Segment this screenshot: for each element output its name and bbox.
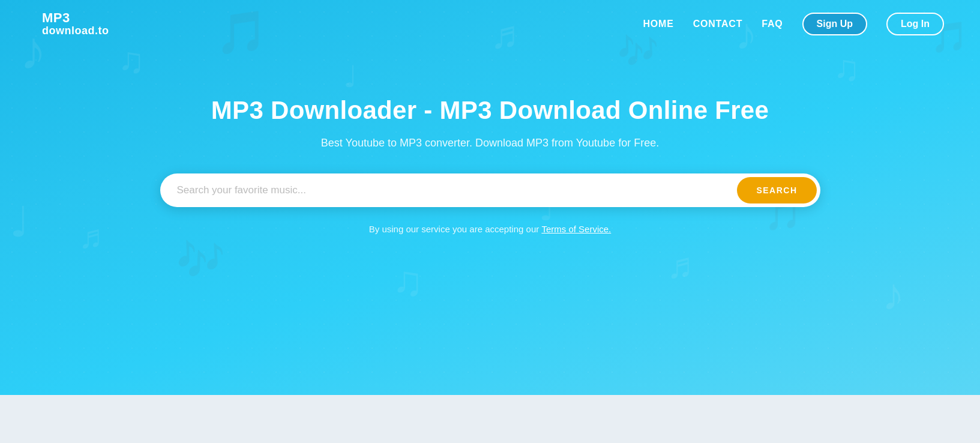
login-button[interactable]: Log In: [886, 13, 944, 35]
logo-line2: download.to: [42, 25, 109, 37]
search-input[interactable]: [177, 178, 738, 202]
nav-home[interactable]: HOME: [643, 19, 673, 29]
nav-links: HOME CONTACT FAQ Sign Up Log In: [643, 13, 944, 35]
footer-strip: [0, 395, 980, 443]
tos-prefix: By using our service you are accepting o…: [369, 224, 542, 234]
tos-link[interactable]: Terms of Service.: [541, 224, 611, 234]
hero-subtitle: Best Youtube to MP3 converter. Download …: [0, 137, 980, 149]
hero-section: ♪♫🎵♩ ♬🎶♪♫ 🎵♩♬🎶 ♪♫♩♬ 🎵♪ MP3 download.to H…: [0, 0, 980, 395]
nav-faq[interactable]: FAQ: [762, 19, 783, 29]
tos-notice: By using our service you are accepting o…: [0, 224, 980, 234]
navbar: MP3 download.to HOME CONTACT FAQ Sign Up…: [0, 0, 980, 48]
logo-text: MP3 download.to: [42, 11, 109, 37]
logo[interactable]: MP3 download.to: [36, 11, 109, 37]
hero-title: MP3 Downloader - MP3 Download Online Fre…: [0, 96, 980, 125]
page-wrapper: ♪♫🎵♩ ♬🎶♪♫ 🎵♩♬🎶 ♪♫♩♬ 🎵♪ MP3 download.to H…: [0, 0, 980, 443]
search-button[interactable]: SEARCH: [737, 177, 816, 203]
search-bar: SEARCH: [160, 173, 820, 207]
logo-line1: MP3: [42, 11, 109, 25]
signup-button[interactable]: Sign Up: [802, 13, 867, 35]
nav-contact[interactable]: CONTACT: [693, 19, 743, 29]
hero-content: MP3 Downloader - MP3 Download Online Fre…: [0, 48, 980, 234]
